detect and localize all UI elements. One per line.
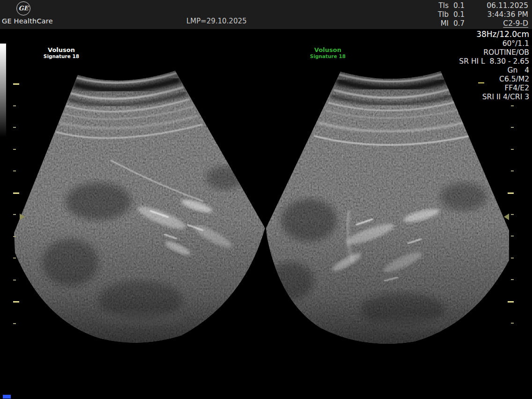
gain-marker [478,82,484,83]
depth-tick [511,323,514,324]
depth-tick [13,236,16,237]
focus-marker-right[interactable] [504,214,509,220]
tib-label: TIb [421,10,449,19]
depth-tick [511,214,514,215]
watermark-right-line2: Signature 18 [295,53,361,59]
ultrasound-image-right[interactable] [266,71,509,344]
depth-tick [511,236,514,236]
mi-label: MI [421,19,449,28]
watermark-left: Voluson Signature 18 [29,47,94,59]
depth-tick [511,149,514,150]
watermark-right-active: Voluson Signature 18 [295,47,361,59]
watermark-left-line2: Signature 18 [29,53,94,59]
ultrasound-screen: GE GE HealthCare LMP=29.10.2025 TIs 0.1 … [0,0,532,399]
dual-ultrasound-image [0,0,532,399]
depth-tick [13,170,16,171]
depth-tick [508,301,514,303]
depth-tick [13,83,19,85]
param-sr: SR HI L 8.30 - 2.65 [459,57,529,66]
brand-label: GE HealthCare [2,17,53,25]
tis-label: TIs [421,1,449,10]
mi-value: 0.7 [449,19,465,28]
depth-tick [511,279,514,280]
depth-tick [13,214,16,215]
depth-tick [508,192,514,194]
watermark-right-line1: Voluson [295,47,361,53]
fan-right-anatomy [266,71,509,344]
depth-tick [511,258,514,259]
depth-tick [13,192,19,194]
header-bar: GE GE HealthCare LMP=29.10.2025 TIs 0.1 … [0,0,532,29]
tis-value: 0.1 [449,1,465,10]
ti-row: TIs 0.1 [421,1,466,10]
depth-tick [13,323,16,324]
param-ff-e: FF4/E2 [459,84,529,93]
focus-marker-left[interactable] [20,214,25,220]
fan-left-anatomy [14,71,265,343]
thermal-index-block: TIs 0.1 TIb 0.1 MI 0.7 [421,1,466,28]
bottom-status-indicator [3,395,11,399]
depth-tick [511,127,514,128]
depth-tick [13,280,16,281]
tib-value: 0.1 [449,10,465,19]
depth-tick [13,258,16,259]
depth-tick [13,149,16,150]
ti-row: MI 0.7 [421,19,466,28]
depth-ruler-right [508,0,514,399]
depth-tick [13,105,16,106]
param-c-m: C6.5/M2 [459,75,529,84]
param-gain: Gn 4 [459,66,529,75]
watermark-left-line1: Voluson [29,47,94,53]
depth-tick [511,105,514,106]
depth-tick [511,170,514,171]
acquisition-params: 38Hz/12.0cm 60°/1.1 ROUTINE/OB SR HI L 8… [459,30,529,102]
lmp-label: LMP=29.10.2025 [186,17,247,25]
param-sri-cri: SRI II 4/CRI 3 [459,93,529,102]
ultrasound-image-left[interactable] [14,71,265,343]
depth-tick [13,127,16,128]
param-angle: 60°/1.1 [459,39,529,48]
ti-row: TIb 0.1 [421,10,466,19]
depth-tick [13,301,19,303]
ge-monogram: GE [18,5,28,12]
grayscale-bar [0,44,6,137]
depth-ruler-left [13,0,19,399]
param-freq-depth: 38Hz/12.0cm [459,30,529,39]
param-preset: ROUTINE/OB [459,48,529,57]
